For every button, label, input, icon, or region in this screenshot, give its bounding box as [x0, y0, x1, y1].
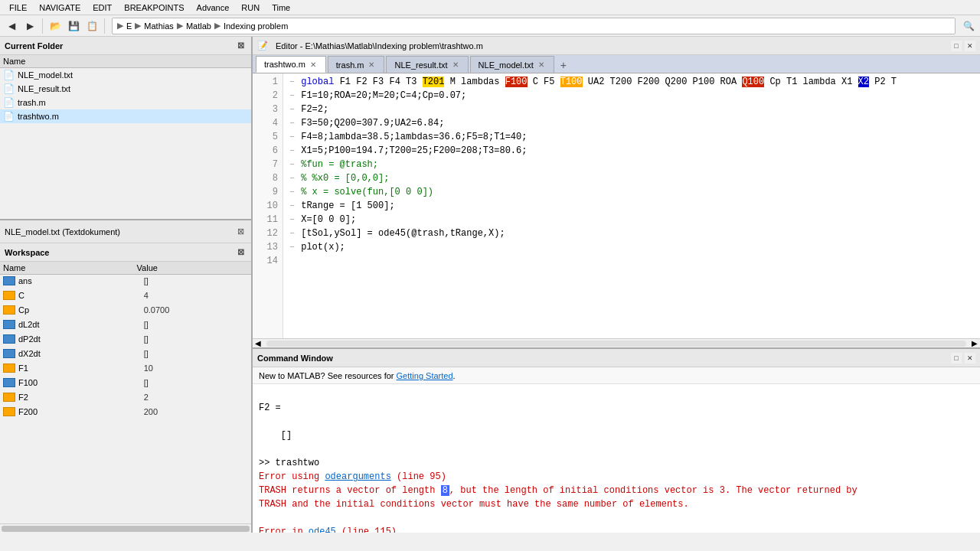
dash-12: –	[289, 227, 295, 240]
path-indexing[interactable]: Indexing problem	[224, 21, 288, 31]
toolbar: ◀ ▶ 📂 💾 📋 ▶ E ▶ Mathias ▶ Matlab ▶ Index…	[0, 15, 980, 37]
ws-item-f100[interactable]: F100 []	[0, 377, 251, 391]
tab-nle-model-close[interactable]: ✕	[537, 60, 546, 69]
command-window-title: Command Window	[257, 354, 333, 363]
path-sep2: ▶	[177, 21, 183, 31]
ws-icon-dx2dt	[3, 349, 17, 360]
menu-run[interactable]: RUN	[235, 3, 266, 12]
folder-item-nle-result[interactable]: 📄 NLE_result.txt	[0, 82, 251, 96]
dash-4: –	[289, 116, 295, 130]
cmd-odearguments-link[interactable]: odearguments	[325, 471, 390, 482]
ws-icon-ans	[3, 276, 17, 287]
cmd-error-text-2: Error in	[259, 527, 309, 533]
code-area: 1234567891011121314 – global F1 F2 F3 F4…	[253, 73, 980, 347]
ws-var-name: ans	[18, 276, 144, 287]
folder-item-name-2: NLE_result.txt	[18, 84, 70, 93]
workspace-scrollbar[interactable]	[0, 523, 251, 533]
ws-item-cp[interactable]: Cp 0.0700	[0, 304, 251, 318]
nle-model-title: NLE_model.txt (Textdokument)	[5, 227, 120, 236]
ws-item-dx2dt[interactable]: dX2dt []	[0, 347, 251, 362]
menu-navigate[interactable]: NAVIGATE	[33, 3, 87, 12]
command-section: Command Window □ ✕ New to MATLAB? See re…	[253, 349, 980, 533]
menu-time[interactable]: Time	[266, 3, 296, 12]
workspace-section: Workspace ⊠ Name Value ans [] C 4	[0, 243, 251, 533]
getting-started-period: .	[453, 371, 456, 380]
cmd-prompt-symbol: >> trashtwo	[259, 458, 319, 468]
current-folder-pin-btn[interactable]: ⊠	[234, 40, 247, 52]
dash-1: –	[289, 75, 295, 89]
cmd-blank-4	[259, 511, 974, 525]
tab-nle-model[interactable]: NLE_model.txt ✕	[470, 56, 554, 73]
editor-maximize-btn[interactable]: □	[951, 41, 962, 51]
cmd-error-text-1: Error using	[259, 471, 325, 482]
menu-edit[interactable]: EDIT	[87, 3, 118, 12]
path-e[interactable]: E	[126, 21, 132, 31]
line10-code: tRange = [1 500];	[301, 199, 394, 213]
ws-col-name: Name	[3, 263, 137, 272]
tab-trashtwo[interactable]: trashtwo.m ✕	[256, 56, 326, 73]
menu-bar: FILE NAVIGATE EDIT BREAKPOINTS Advance R…	[0, 0, 980, 15]
command-close-btn[interactable]: ✕	[965, 353, 975, 364]
tab-nle-result-close[interactable]: ✕	[451, 60, 460, 69]
cmd-f2-value: []	[259, 429, 974, 442]
folder-item-nle-model[interactable]: 📄 NLE_model.txt	[0, 68, 251, 82]
left-panel: Current Folder ⊠ Name 📄 NLE_model.txt 📄 …	[0, 37, 253, 533]
tab-trash[interactable]: trash.m ✕	[328, 56, 385, 73]
tab-trash-close[interactable]: ✕	[367, 60, 376, 69]
path-bar: ▶ E ▶ Mathias ▶ Matlab ▶ Indexing proble…	[112, 18, 956, 34]
command-content[interactable]: F2 = [] >> trashtwo Error using odeargum…	[253, 384, 980, 533]
editor-title-left: 📝 Editor - E:\Mathias\Matlab\Indexing pr…	[257, 41, 483, 51]
tab-nle-result[interactable]: NLE_result.txt ✕	[386, 56, 468, 73]
workspace-pin-btn[interactable]: ⊠	[234, 246, 247, 259]
ws-icon-dl2dt	[3, 320, 17, 331]
nle-model-collapse-btn[interactable]: ⊠	[234, 226, 247, 238]
menu-breakpoints[interactable]: BREAKPOINTS	[118, 3, 190, 12]
ws-col-value: Value	[137, 263, 248, 272]
ws-item-dl2dt[interactable]: dL2dt []	[0, 318, 251, 333]
path-mathias[interactable]: Mathias	[144, 21, 174, 31]
ws-item-c[interactable]: C 4	[0, 289, 251, 304]
folder-item-trash[interactable]: 📄 trash.m	[0, 96, 251, 109]
editor-close-btn[interactable]: ✕	[965, 41, 975, 51]
menu-file[interactable]: FILE	[3, 3, 33, 12]
scroll-right-arrow[interactable]: ▶	[969, 338, 980, 348]
toolbar-open-btn[interactable]: 📂	[47, 18, 64, 34]
tab-trashtwo-label: trashtwo.m	[264, 60, 305, 69]
toolbar-save-btn[interactable]: 💾	[65, 18, 82, 34]
line4-code: F3=50;Q200=307.9;UA2=6.84;	[301, 116, 444, 130]
code-line-12: – [tSol,ySol] = ode45(@trash,tRange,X);	[289, 227, 980, 240]
ws-item-f1[interactable]: F1 10	[0, 362, 251, 377]
toolbar-back-btn[interactable]: ◀	[3, 18, 20, 34]
txt-file-icon-2: 📄	[3, 83, 15, 94]
path-sep1: ▶	[135, 21, 141, 31]
ws-item-dp2dt[interactable]: dP2dt []	[0, 333, 251, 347]
toolbar-search-btn[interactable]: 🔍	[960, 18, 977, 34]
tab-add-btn[interactable]: +	[556, 57, 571, 73]
cmd-blank-3	[259, 442, 974, 456]
kw-global: global	[301, 77, 334, 87]
ws-item-f2[interactable]: F2 2	[0, 391, 251, 406]
getting-started-link[interactable]: Getting Started	[397, 371, 453, 380]
toolbar-forward-btn[interactable]: ▶	[21, 18, 38, 34]
tab-trash-label: trash.m	[336, 60, 364, 70]
line11-code: X=[0 0 0];	[301, 213, 356, 227]
path-sep3: ▶	[214, 21, 220, 31]
code-line-2: – F1=10;ROA=20;M=20;C=4;Cp=0.07;	[289, 89, 980, 103]
ws-icon-f200	[3, 407, 17, 418]
ws-item-ans[interactable]: ans []	[0, 275, 251, 289]
toolbar-btn3[interactable]: 📋	[83, 18, 100, 34]
txt-file-icon: 📄	[3, 70, 15, 80]
folder-item-trashtwo[interactable]: 📄 trashtwo.m	[0, 109, 251, 123]
line7-code: %fun = @trash;	[301, 158, 378, 171]
command-maximize-btn[interactable]: □	[951, 353, 962, 364]
path-matlab[interactable]: Matlab	[186, 21, 211, 31]
ws-item-f200[interactable]: F200 200	[0, 406, 251, 420]
ws-var-value-f2: 2	[144, 393, 248, 403]
scroll-track-h[interactable]	[266, 341, 966, 347]
menu-advance[interactable]: Advance	[191, 3, 236, 12]
tab-trashtwo-close[interactable]: ✕	[309, 60, 318, 69]
cmd-ode45-link[interactable]: ode45	[309, 527, 336, 533]
code-line-6: – X1=5;P100=194.7;T200=25;F200=208;T3=80…	[289, 144, 980, 158]
editor-scrollbar-h[interactable]: ◀ ▶	[253, 338, 980, 347]
scroll-left-arrow[interactable]: ◀	[253, 338, 263, 348]
